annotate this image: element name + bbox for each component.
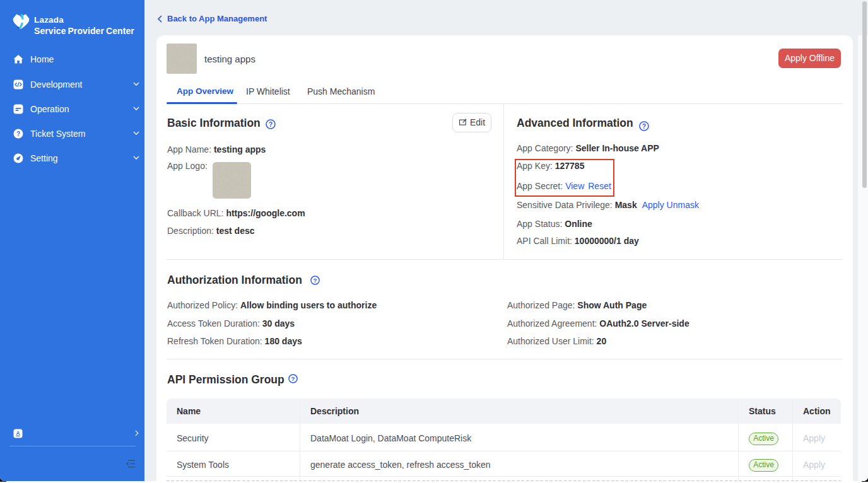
svg-text:?: ?	[291, 375, 295, 382]
svg-text:A: A	[16, 430, 20, 436]
svg-text:?: ?	[269, 120, 273, 128]
svg-text:?: ?	[16, 131, 20, 137]
svg-text:?: ?	[313, 277, 317, 284]
svg-text:?: ?	[642, 122, 646, 130]
